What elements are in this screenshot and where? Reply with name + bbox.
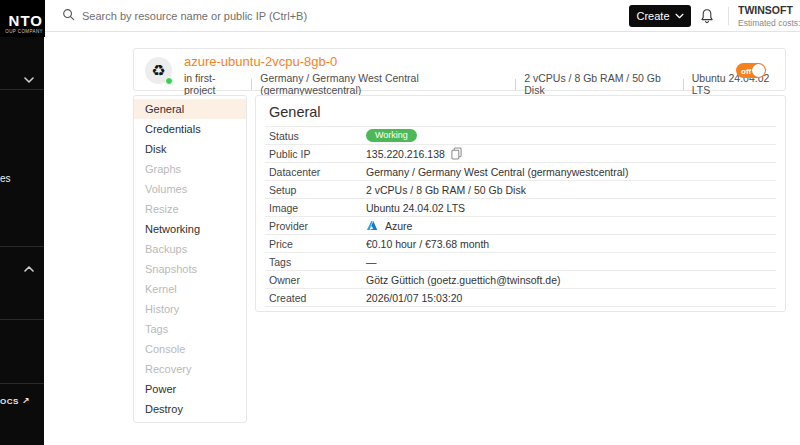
notifications-bell-icon[interactable] xyxy=(699,8,715,24)
row-label: Datacenter xyxy=(269,166,366,178)
subtitle-divider xyxy=(251,79,252,90)
general-table: Status Working Public IP 135.220.216.138… xyxy=(265,126,776,307)
table-row-owner: Owner Götz Güttich (goetz.guettich@twins… xyxy=(265,271,776,289)
menu-item-resize: Resize xyxy=(134,199,246,219)
menu-item-backups: Backups xyxy=(134,239,246,259)
sidebar-divider xyxy=(0,383,44,384)
brand-logo[interactable]: NTO OUP COMPANY xyxy=(0,0,45,37)
row-label: Created xyxy=(269,292,366,304)
sidebar-divider xyxy=(0,319,44,320)
topbar-divider xyxy=(728,7,729,25)
menu-item-disk[interactable]: Disk xyxy=(134,139,246,159)
account-name: TWINSOFT xyxy=(738,4,800,16)
menu-item-history: History xyxy=(134,299,246,319)
menu-item-recovery: Recovery xyxy=(134,359,246,379)
table-row-tags: Tags — xyxy=(265,253,776,271)
menu-item-credentials[interactable]: Credentials xyxy=(134,119,246,139)
server-section-menu: General Credentials Disk Graphs Volumes … xyxy=(133,95,247,423)
global-search[interactable] xyxy=(62,0,382,32)
row-label: Status xyxy=(269,130,366,142)
sidebar-item-fragment[interactable]: es xyxy=(0,173,11,184)
menu-item-networking[interactable]: Networking xyxy=(134,219,246,239)
menu-item-volumes: Volumes xyxy=(134,179,246,199)
menu-item-graphs: Graphs xyxy=(134,159,246,179)
status-badge: Working xyxy=(366,129,417,142)
sidebar-divider xyxy=(0,246,44,247)
row-label: Price xyxy=(269,238,366,250)
sidebar-section-chevron-down-icon[interactable] xyxy=(24,70,34,88)
sidebar-item-docs[interactable]: OCS ↗ xyxy=(0,396,30,406)
subtitle-divider xyxy=(683,79,684,90)
row-label: Owner xyxy=(269,274,366,286)
menu-item-destroy[interactable]: Destroy xyxy=(134,399,246,419)
panel-heading: General xyxy=(269,104,785,120)
account-estimated-costs: Estimated costs: € xyxy=(738,18,800,28)
server-title[interactable]: azure-ubuntu-2vcpu-8gb-0 xyxy=(184,54,785,70)
app-sidebar: NTO OUP COMPANY es OCS ↗ xyxy=(0,0,44,445)
table-row-datacenter: Datacenter Germany / Germany West Centra… xyxy=(265,163,776,181)
table-row-price: Price €0.10 hour / €73.68 month xyxy=(265,235,776,253)
row-value: Ubuntu 24.04.02 LTS xyxy=(366,202,465,214)
table-row-status: Status Working xyxy=(265,127,776,145)
row-value: — xyxy=(366,256,377,268)
row-value: 2 vCPUs / 8 Gb RAM / 50 Gb Disk xyxy=(366,184,526,196)
search-icon xyxy=(62,7,75,25)
power-toggle-knob xyxy=(752,64,765,77)
general-panel: General Status Working Public IP 135.220… xyxy=(255,95,786,312)
server-subtitle: in first-project Germany / Germany West … xyxy=(184,72,785,96)
server-header-card: ♻ azure-ubuntu-2vcpu-8gb-0 in first-proj… xyxy=(133,48,786,91)
power-toggle-label: off xyxy=(741,66,751,75)
menu-item-tags: Tags xyxy=(134,319,246,339)
menu-item-power[interactable]: Power xyxy=(134,379,246,399)
table-row-public-ip: Public IP 135.220.216.138 xyxy=(265,145,776,163)
create-button[interactable]: Create xyxy=(629,5,691,27)
subtitle-divider xyxy=(515,79,516,90)
table-row-provider: Provider Azure xyxy=(265,217,776,235)
menu-item-general[interactable]: General xyxy=(134,99,246,119)
brand-logo-subtext: OUP COMPANY xyxy=(5,29,43,34)
provider-name: Azure xyxy=(385,220,412,232)
row-value: €0.10 hour / €73.68 month xyxy=(366,238,489,250)
power-toggle[interactable]: off xyxy=(736,63,766,78)
search-input[interactable] xyxy=(82,10,382,22)
row-label: Tags xyxy=(269,256,366,268)
sidebar-section-chevron-up-icon[interactable] xyxy=(24,259,34,277)
menu-item-kernel: Kernel xyxy=(134,279,246,299)
brand-logo-text: NTO xyxy=(9,14,43,27)
sidebar-divider xyxy=(0,89,44,90)
account-info[interactable]: TWINSOFT Estimated costs: € xyxy=(738,4,800,28)
row-label: Public IP xyxy=(269,148,366,160)
row-label: Image xyxy=(269,202,366,214)
menu-item-console: Console xyxy=(134,339,246,359)
online-status-dot xyxy=(165,77,173,85)
row-label: Provider xyxy=(269,220,366,232)
azure-logo-icon xyxy=(366,220,378,232)
copy-icon[interactable] xyxy=(451,147,462,160)
docs-link-label: OCS xyxy=(0,397,19,406)
row-value: Germany / Germany West Central (germanyw… xyxy=(366,166,628,178)
table-row-created: Created 2026/01/07 15:03:20 xyxy=(265,289,776,307)
server-specs: 2 vCPUs / 8 Gb RAM / 50 Gb Disk xyxy=(524,72,675,96)
server-project: in first-project xyxy=(184,72,243,96)
menu-item-snapshots: Snapshots xyxy=(134,259,246,279)
row-value: 2026/01/07 15:03:20 xyxy=(366,292,462,304)
create-button-label: Create xyxy=(636,10,669,22)
chevron-down-icon xyxy=(675,13,684,19)
public-ip-value: 135.220.216.138 xyxy=(366,148,445,160)
server-location: Germany / Germany West Central (germanyw… xyxy=(260,72,507,96)
table-row-setup: Setup 2 vCPUs / 8 Gb RAM / 50 Gb Disk xyxy=(265,181,776,199)
table-row-image: Image Ubuntu 24.04.02 LTS xyxy=(265,199,776,217)
row-value: Götz Güttich (goetz.guettich@twinsoft.de… xyxy=(366,274,561,286)
recycle-ubuntu-icon: ♻ xyxy=(151,63,165,79)
row-label: Setup xyxy=(269,184,366,196)
external-link-icon: ↗ xyxy=(22,396,30,406)
server-os-avatar: ♻ xyxy=(145,57,172,84)
topbar: Create TWINSOFT Estimated costs: € xyxy=(44,0,800,32)
